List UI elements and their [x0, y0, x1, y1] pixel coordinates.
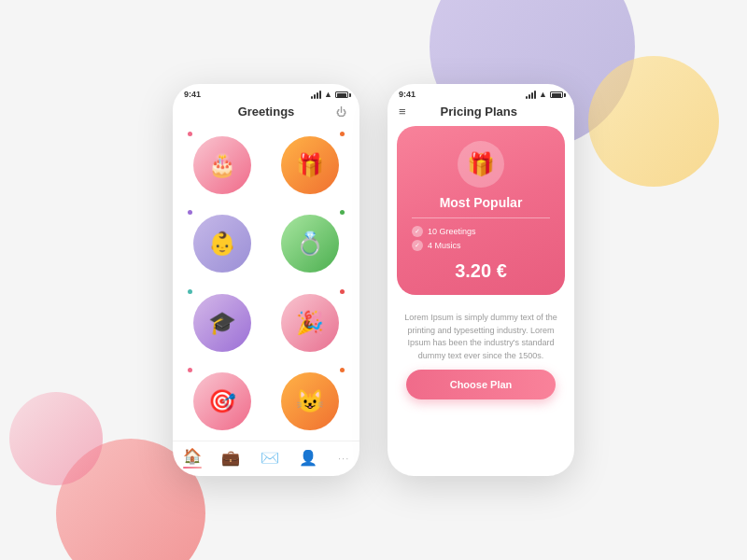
screen2-header: ≡ Pricing Plans — [388, 101, 574, 126]
nav-home[interactable]: 🏠 — [183, 447, 202, 469]
nav-briefcase[interactable]: 💼 — [221, 449, 240, 467]
circle-icon-2: 🎁 — [281, 136, 339, 194]
wifi-icon-1: ▲ — [324, 90, 332, 99]
signal-bars-2 — [526, 91, 536, 99]
hamburger-icon[interactable]: ≡ — [399, 105, 406, 119]
screens-container: 9:41 ▲ Greetings ⏻ — [0, 0, 747, 560]
dot-7 — [188, 368, 192, 372]
choose-plan-button[interactable]: Choose Plan — [406, 370, 556, 399]
icon-8: 😺 — [296, 388, 324, 414]
check-icon-1: ✓ — [412, 226, 423, 237]
circle-icon-6: 🎉 — [281, 294, 339, 352]
feature-item-1: ✓ 10 Greetings — [412, 226, 550, 237]
check-icon-2: ✓ — [412, 240, 423, 251]
profile-icon: 👤 — [299, 449, 317, 467]
grid-item-1[interactable]: 🎂 — [182, 130, 262, 201]
circle-icon-1: 🎂 — [193, 136, 251, 194]
circle-icon-5: 🎓 — [193, 294, 251, 352]
grid-item-4[interactable]: 💍 — [270, 208, 350, 279]
icon-4: 💍 — [296, 231, 324, 257]
feature-item-2: ✓ 4 Musics — [412, 240, 550, 251]
status-icons-1: ▲ — [311, 90, 348, 99]
phone-pricing: 9:41 ▲ ≡ Pricing Plans — [388, 84, 574, 476]
screen2-title: Pricing Plans — [414, 105, 544, 119]
description-text: Lorem Ipsum is simply dummy text of the … — [397, 304, 565, 370]
icon-7: 🎯 — [208, 388, 236, 414]
card-divider — [412, 217, 550, 218]
icon-3: 👶 — [208, 231, 236, 257]
icon-2: 🎁 — [296, 152, 324, 178]
battery-1 — [335, 91, 348, 98]
circle-icon-3: 👶 — [193, 215, 251, 273]
grid-item-7[interactable]: 🎯 — [182, 366, 262, 437]
status-bar-1: 9:41 ▲ — [173, 84, 359, 101]
nav-underline — [183, 467, 202, 469]
grid-area: 🎂 🎁 👶 💍 — [173, 126, 359, 441]
card-gift-icon: 🎁 — [458, 141, 504, 188]
dot-5 — [188, 289, 192, 294]
more-icon: ··· — [338, 453, 349, 464]
pricing-card: 🎁 Most Popular ✓ 10 Greetings ✓ 4 Musics… — [397, 126, 565, 295]
mail-icon: ✉️ — [261, 449, 279, 467]
card-icon-wrap: 🎁 — [412, 141, 550, 188]
nav-mail[interactable]: ✉️ — [261, 449, 279, 467]
power-icon[interactable]: ⏻ — [336, 106, 346, 118]
card-title: Most Popular — [412, 195, 550, 210]
dot-6 — [340, 289, 345, 294]
screen1-header: Greetings ⏻ — [173, 101, 359, 126]
dot-4 — [340, 210, 345, 215]
circle-icon-7: 🎯 — [193, 372, 251, 430]
grid-item-2[interactable]: 🎁 — [270, 130, 350, 201]
grid-item-6[interactable]: 🎉 — [270, 287, 350, 358]
battery-2 — [550, 91, 563, 98]
status-time-1: 9:41 — [184, 90, 201, 99]
screen1-title: Greetings — [238, 105, 295, 119]
grid-item-3[interactable]: 👶 — [182, 208, 262, 279]
feature-text-1: 10 Greetings — [428, 227, 476, 236]
icon-1: 🎂 — [208, 152, 236, 178]
dot-8 — [340, 368, 345, 372]
status-bar-2: 9:41 ▲ — [388, 84, 574, 101]
bottom-nav: 🏠 💼 ✉️ 👤 ··· — [173, 441, 359, 476]
icon-5: 🎓 — [208, 310, 236, 336]
nav-more[interactable]: ··· — [338, 453, 349, 464]
icon-6: 🎉 — [296, 310, 324, 336]
nav-profile[interactable]: 👤 — [299, 449, 317, 467]
signal-bars-1 — [311, 91, 321, 99]
status-icons-2: ▲ — [526, 90, 563, 99]
dot-2 — [340, 132, 345, 136]
grid-item-8[interactable]: 😺 — [270, 366, 350, 437]
circle-icon-4: 💍 — [281, 215, 339, 273]
status-time-2: 9:41 — [399, 90, 416, 99]
briefcase-icon: 💼 — [221, 449, 240, 467]
price-text: 3.20 € — [412, 260, 550, 282]
wifi-icon-2: ▲ — [539, 90, 547, 99]
feature-text-2: 4 Musics — [428, 241, 461, 250]
pricing-content: 🎁 Most Popular ✓ 10 Greetings ✓ 4 Musics… — [388, 126, 574, 476]
grid-item-5[interactable]: 🎓 — [182, 287, 262, 358]
circle-icon-8: 😺 — [281, 372, 339, 430]
feature-list: ✓ 10 Greetings ✓ 4 Musics — [412, 226, 550, 251]
dot-3 — [188, 210, 192, 215]
gift-icon: 🎁 — [467, 151, 495, 177]
dot-1 — [188, 132, 192, 136]
phone-greetings: 9:41 ▲ Greetings ⏻ — [173, 84, 359, 476]
home-icon: 🏠 — [183, 447, 202, 465]
